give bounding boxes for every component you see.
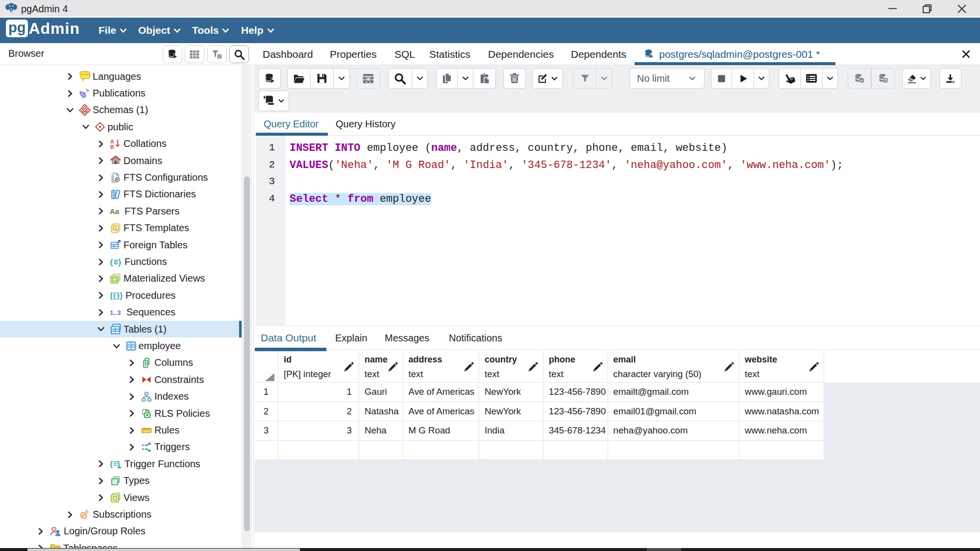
svg-text:}}: }} (117, 291, 122, 300)
svg-text:{: { (110, 258, 113, 267)
svg-text:B: B (110, 144, 114, 150)
svg-text:}: } (118, 258, 122, 267)
svg-text:Aa: Aa (110, 207, 120, 216)
svg-text:{{: {{ (110, 291, 116, 300)
svg-text:1..3: 1..3 (110, 309, 121, 316)
svg-text:{: { (110, 460, 113, 468)
svg-text:A: A (110, 138, 114, 144)
